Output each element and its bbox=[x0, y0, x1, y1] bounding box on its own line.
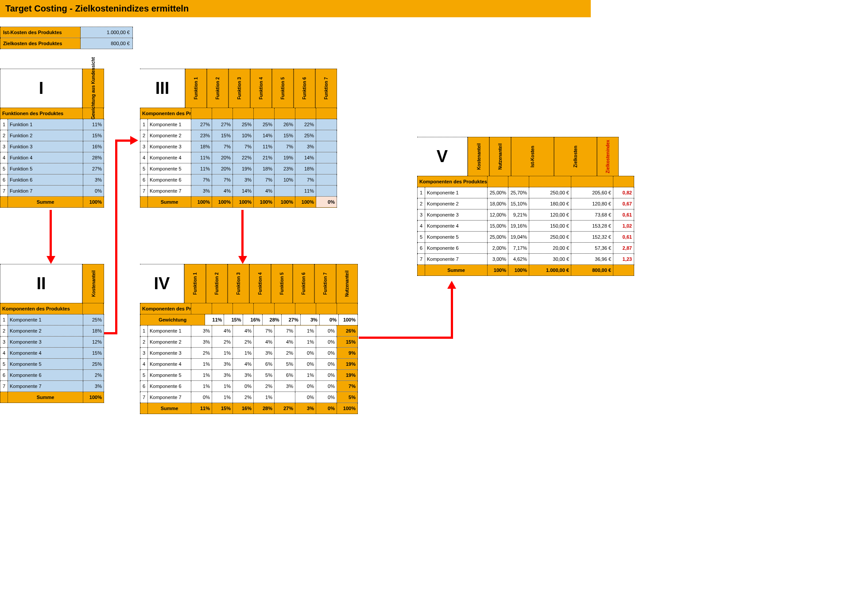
table-row: 2 Funktion 2 15% bbox=[0, 130, 104, 141]
table-row: 6 Komponente 61%1%0%2%3%0%0%7% bbox=[140, 381, 358, 392]
sum-cell: 100% bbox=[254, 197, 275, 207]
col-head: Funktion 2 bbox=[207, 69, 229, 108]
row-index: 4 bbox=[417, 221, 425, 231]
cell: 3% bbox=[191, 337, 212, 347]
cell: 4,62% bbox=[508, 254, 529, 264]
cell: 1% bbox=[295, 370, 316, 380]
row-name: Komponente 2 bbox=[148, 130, 191, 141]
cell: 0% bbox=[316, 370, 337, 380]
row-name: Komponente 4 bbox=[8, 348, 83, 358]
cell: 15,00% bbox=[488, 221, 508, 231]
cell: 14% bbox=[233, 186, 254, 196]
row-index: 1 bbox=[140, 119, 148, 130]
row-name: Komponente 6 bbox=[148, 381, 191, 391]
nutzen-cell: 26% bbox=[337, 326, 358, 336]
sum-cell: 11% bbox=[191, 403, 212, 414]
spacer bbox=[233, 108, 254, 119]
row-name: Komponente 5 bbox=[425, 232, 488, 242]
row-index: 7 bbox=[0, 186, 8, 196]
table-row: 5 Komponente 511%20%19%18%23%18% bbox=[140, 163, 337, 174]
sum-cell: 1.000,00 € bbox=[529, 265, 571, 275]
col-head: Funktion 3 bbox=[228, 264, 249, 303]
weight-cell: 28% bbox=[263, 314, 282, 325]
row-name: Komponente 1 bbox=[425, 187, 488, 198]
cell: 4% bbox=[212, 186, 233, 196]
row-index: 1 bbox=[0, 119, 8, 130]
table-row: 4 Komponente 415,00%19,16%150,00 €153,28… bbox=[417, 221, 634, 232]
block-3: III Funktion 1Funktion 2Funktion 3Funkti… bbox=[140, 69, 337, 208]
cell: 2% bbox=[254, 381, 275, 391]
nutzen-cell: 15% bbox=[337, 337, 358, 347]
row-name: Komponente 1 bbox=[8, 314, 83, 325]
table-row: 6 Funktion 6 3% bbox=[0, 174, 104, 186]
row-name: Komponente 4 bbox=[148, 359, 191, 369]
block-2-sum-value: 100% bbox=[83, 392, 104, 403]
row-index: 1 bbox=[417, 187, 425, 198]
table-row: 1 Komponente 127%27%25%25%26%22% bbox=[140, 119, 337, 130]
row-name: Komponente 2 bbox=[8, 326, 83, 336]
spacer bbox=[337, 303, 358, 314]
cell: 0% bbox=[191, 392, 212, 403]
cell: 0% bbox=[295, 392, 316, 403]
block-2-sum-label: Summe bbox=[8, 392, 83, 403]
table-row: 2 Komponente 2 18% bbox=[0, 326, 104, 337]
spacer bbox=[254, 108, 275, 119]
cell bbox=[316, 119, 337, 130]
row-name: Komponente 7 bbox=[425, 254, 488, 264]
row-index: 6 bbox=[0, 174, 8, 185]
cell: 0% bbox=[316, 348, 337, 358]
cell: 5% bbox=[254, 370, 275, 380]
cell: 4% bbox=[212, 326, 233, 336]
table-row: 3 Funktion 3 16% bbox=[0, 141, 104, 152]
sum-cell: 100% bbox=[508, 265, 529, 275]
cell: 3% bbox=[212, 359, 233, 369]
weight-cell: 11% bbox=[205, 314, 224, 325]
ist-kosten-value: 1.000,00 € bbox=[81, 27, 133, 38]
cell: 10% bbox=[275, 174, 295, 185]
cell: 25% bbox=[233, 119, 254, 130]
cell: 25% bbox=[295, 130, 316, 141]
cell: 18% bbox=[191, 141, 212, 152]
block-3-caption: Komponenten des Produktes bbox=[140, 108, 191, 119]
row-index: 5 bbox=[0, 163, 8, 174]
cell: 20% bbox=[212, 152, 233, 163]
row-index: 1 bbox=[140, 326, 148, 336]
row-name: Komponente 3 bbox=[148, 141, 191, 152]
row-index: 2 bbox=[417, 198, 425, 209]
cell: 4% bbox=[275, 337, 295, 347]
row-value: 12% bbox=[83, 337, 104, 347]
spacer bbox=[508, 176, 529, 187]
sum-cell: 0% bbox=[316, 403, 337, 414]
col-head: Funktion 7 bbox=[314, 264, 336, 303]
row-value: 2% bbox=[83, 370, 104, 380]
block-4-roman: IV bbox=[140, 264, 184, 303]
sum-cell: 15% bbox=[212, 403, 233, 414]
spacer bbox=[275, 303, 295, 314]
sum-cell: 27% bbox=[275, 403, 295, 414]
table-row: 7 Komponente 73%4%14%4%11% bbox=[140, 186, 337, 197]
row-index: 7 bbox=[140, 392, 148, 403]
cell: 0% bbox=[233, 381, 254, 391]
spacer bbox=[140, 403, 148, 414]
cell: 1% bbox=[212, 348, 233, 358]
row-index: 7 bbox=[140, 186, 148, 196]
table-row: 4 Komponente 41%3%4%6%5%0%0%19% bbox=[140, 359, 358, 370]
cell: 7% bbox=[212, 174, 233, 185]
table-row: 7 Funktion 7 0% bbox=[0, 186, 104, 197]
cell: 205,60 € bbox=[571, 187, 613, 198]
cell: 6% bbox=[254, 359, 275, 369]
sum-cell: 16% bbox=[233, 403, 254, 414]
row-name: Komponente 5 bbox=[8, 359, 83, 369]
cell: 1% bbox=[233, 348, 254, 358]
cell: 19% bbox=[275, 152, 295, 163]
cell: 7% bbox=[254, 326, 275, 336]
block-5-roman: V bbox=[417, 137, 468, 176]
table-row: 2 Komponente 223%15%10%14%15%25% bbox=[140, 130, 337, 141]
sum-cell: 100% bbox=[295, 197, 316, 207]
cell bbox=[316, 186, 337, 196]
sum-cell: 100% bbox=[191, 197, 212, 207]
table-row: 3 Komponente 312,00%9,21%120,00 €73,68 €… bbox=[417, 209, 634, 221]
cell: 11% bbox=[295, 186, 316, 196]
col-head: Kostenanteil bbox=[468, 137, 489, 176]
block-4-caption: Komponenten des Produktes bbox=[140, 303, 191, 314]
